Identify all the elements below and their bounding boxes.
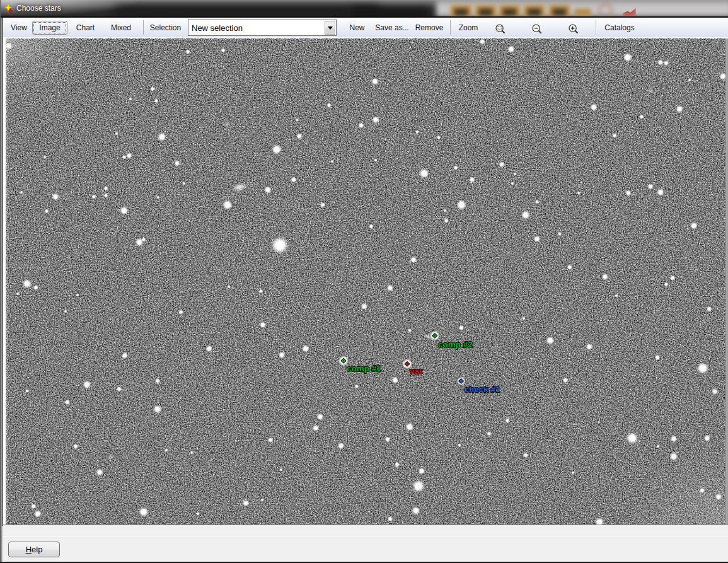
svg-text:comp #2: comp #2 xyxy=(438,340,473,349)
svg-text:comp #1: comp #1 xyxy=(347,364,381,373)
svg-text:check #1: check #1 xyxy=(465,385,501,394)
svg-text:var: var xyxy=(410,366,423,376)
